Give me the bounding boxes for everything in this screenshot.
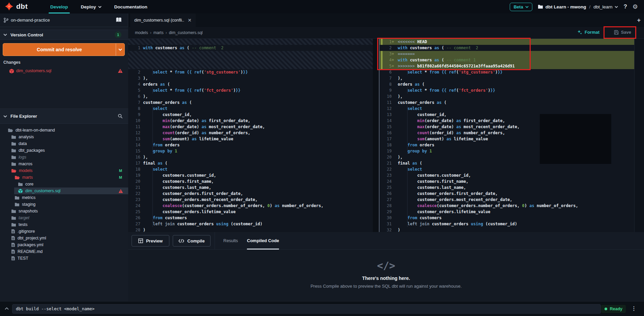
- breadcrumb-marts[interactable]: marts: [150, 30, 164, 35]
- code-line[interactable]: 21 customers.last_name,: [128, 184, 373, 191]
- code-line[interactable]: 30 from customers: [380, 215, 634, 221]
- code-line[interactable]: 31 left join customer_orders using (cust…: [380, 221, 634, 227]
- tree-item-analysis[interactable]: analysis: [0, 134, 128, 140]
- tree-item-marts[interactable]: martsM: [0, 174, 128, 181]
- code-line[interactable]: 28 coalesce(customer_orders.number_of_or…: [380, 203, 634, 209]
- tab-results[interactable]: Results: [223, 232, 238, 250]
- tree-item-dbt-learn-on-demand[interactable]: dbt-learn-on-demand: [0, 127, 128, 134]
- code-line[interactable]: 8 orders as (: [380, 81, 634, 87]
- code-line[interactable]: 27 customer_orders.most_recent_order_dat…: [380, 197, 634, 203]
- tree-item-metrics[interactable]: metrics: [0, 194, 128, 201]
- preview-button[interactable]: Preview: [132, 235, 169, 247]
- code-line[interactable]: 11 customer_orders as (: [380, 99, 634, 106]
- code-line[interactable]: 32 ): [380, 227, 634, 232]
- docs-book-icon[interactable]: [116, 17, 122, 23]
- changed-file-row[interactable]: dim_customers.sql: [0, 67, 128, 75]
- code-line[interactable]: 17final as (: [128, 160, 373, 166]
- commit-and-resolve-button[interactable]: Commit and resolve: [3, 43, 125, 56]
- code-line[interactable]: 13 sum(amount) as lifetime_value: [128, 136, 373, 142]
- code-line[interactable]: 14 from orders: [128, 142, 373, 148]
- compile-button[interactable]: Compile: [173, 235, 211, 247]
- code-line[interactable]: 7customer_orders as (: [128, 99, 373, 106]
- code-line[interactable]: 23 customer_orders.most_recent_order_dat…: [128, 197, 373, 203]
- editor-pane-current[interactable]: 1with customers as ( -- comment 22 selec…: [128, 39, 373, 232]
- code-line[interactable]: 8 select: [128, 106, 373, 112]
- chevron-up-icon[interactable]: [4, 306, 9, 311]
- code-line[interactable]: 29 customer_orders.lifetime_value: [380, 209, 634, 215]
- tree-item-target[interactable]: target: [0, 214, 128, 221]
- tree-item-packages-yml[interactable]: packages.yml: [0, 241, 128, 248]
- tree-item-test[interactable]: TEST: [0, 255, 128, 262]
- code-line[interactable]: 9 select * from {{ ref('fct_orders')}}: [380, 87, 634, 93]
- code-line[interactable]: 18 select: [128, 166, 373, 172]
- tree-item-dim-customers-sql[interactable]: dim_customers.sql: [0, 188, 128, 194]
- code-line[interactable]: 12 count(order_id) as number_of_orders,: [128, 130, 373, 136]
- new-tab-plus-icon[interactable]: +: [637, 17, 641, 24]
- code-line[interactable]: 5 select * from {{ ref('fct_orders')}}: [128, 87, 373, 93]
- search-icon[interactable]: [118, 114, 123, 119]
- dbt-logo[interactable]: dbt: [5, 2, 28, 11]
- code-line[interactable]: 1with customers as ( -- comment 2: [128, 45, 373, 51]
- gear-icon[interactable]: ⚙: [633, 4, 638, 10]
- tree-item-core[interactable]: core: [0, 181, 128, 188]
- code-line[interactable]: 20 customers.first_name,: [128, 178, 373, 184]
- beta-dropdown[interactable]: Beta: [510, 3, 532, 11]
- code-line[interactable]: 24 coalesce(customer_orders.number_of_or…: [128, 203, 373, 209]
- code-line[interactable]: 2 select * from {{ ref('stg_customers')}…: [128, 69, 373, 75]
- code-line[interactable]: 6 select * from {{ ref('stg_customers')}…: [380, 69, 634, 75]
- tree-item-staging[interactable]: staging: [0, 201, 128, 208]
- tab-compiled-code[interactable]: Compiled Code: [247, 232, 279, 250]
- project-selector[interactable]: dbt Learn - mwong / dbt_learn: [538, 4, 618, 9]
- code-line[interactable]: 26 customer_orders.first_order_date,: [380, 191, 634, 197]
- code-line[interactable]: 11 max(order_date) as most_recent_order_…: [128, 124, 373, 130]
- code-line[interactable]: 5+>>>>>>> b81f802a66fd544504c65721e3ffaa…: [380, 63, 634, 69]
- tree-item-models[interactable]: modelsM: [0, 167, 128, 174]
- pane-divider[interactable]: [373, 39, 380, 232]
- menu-documentation[interactable]: Documentation: [108, 0, 154, 13]
- code-line[interactable]: 23 customers.customer_id,: [380, 172, 634, 178]
- code-line[interactable]: 26 from customers: [128, 215, 373, 221]
- breadcrumb-file[interactable]: dim_customers.sql: [166, 30, 203, 35]
- tree-item-logs[interactable]: logs: [0, 154, 128, 161]
- tree-item-snapshots[interactable]: snapshots: [0, 208, 128, 214]
- code-line[interactable]: 15 group by 1: [128, 148, 373, 154]
- tree-item-readme-md[interactable]: README.md: [0, 248, 128, 255]
- save-button[interactable]: Save: [614, 30, 631, 35]
- code-line[interactable]: 27 left join customer_orders using (cust…: [128, 221, 373, 227]
- breadcrumb-models[interactable]: models: [135, 30, 148, 35]
- kebab-menu-icon[interactable]: ⋮: [631, 305, 637, 312]
- close-icon[interactable]: ✕: [188, 18, 192, 23]
- code-line[interactable]: 6),: [128, 93, 373, 99]
- menu-develop[interactable]: Develop: [44, 0, 75, 13]
- code-line[interactable]: 22 customer_orders.first_order_date,: [128, 191, 373, 197]
- branch-header[interactable]: on-demand-practice: [0, 13, 128, 27]
- tree-item-dbt-project-yml[interactable]: dbt_project.yml: [0, 235, 128, 241]
- format-button[interactable]: Format: [577, 30, 599, 35]
- tree-item-dbt-packages[interactable]: dbt_packages: [0, 147, 128, 154]
- code-line[interactable]: 22 select: [380, 166, 634, 172]
- version-control-header[interactable]: Version Control: [0, 30, 128, 40]
- code-line[interactable]: 3),: [128, 75, 373, 81]
- code-line[interactable]: 1+<<<<<<< HEAD: [380, 39, 634, 45]
- tree-item-macros[interactable]: macros: [0, 161, 128, 167]
- code-line[interactable]: 9 customer_id,: [128, 112, 373, 118]
- file-explorer-header[interactable]: File Explorer: [0, 109, 128, 124]
- code-line[interactable]: 4orders as (: [128, 81, 373, 87]
- code-line[interactable]: 3+=======: [380, 51, 634, 57]
- code-line[interactable]: 25 customers.last_name,: [380, 184, 634, 191]
- editor-scrollbar-gutter[interactable]: [634, 27, 644, 232]
- code-line[interactable]: 28): [128, 227, 373, 232]
- menu-deploy[interactable]: Deploy: [75, 0, 108, 13]
- tree-item-tests[interactable]: tests: [0, 221, 128, 228]
- tree-item--gitignore[interactable]: .gitignore: [0, 228, 128, 235]
- code-line[interactable]: 2 with customers as ( -- comment 2: [380, 45, 634, 51]
- code-line[interactable]: 10 ),: [380, 93, 634, 99]
- tab-dim-customers[interactable]: dim_customers.sql (confli... ✕: [130, 13, 196, 27]
- code-line[interactable]: 12 select: [380, 106, 634, 112]
- code-line[interactable]: 19 customers.customer_id,: [128, 172, 373, 178]
- commit-options-dropdown[interactable]: [116, 44, 124, 56]
- code-line[interactable]: 4+with customers as ( -- comment 1: [380, 57, 634, 63]
- tree-item-data[interactable]: data: [0, 140, 128, 147]
- help-icon[interactable]: ?: [623, 3, 627, 10]
- code-line[interactable]: 24 customers.first_name,: [380, 178, 634, 184]
